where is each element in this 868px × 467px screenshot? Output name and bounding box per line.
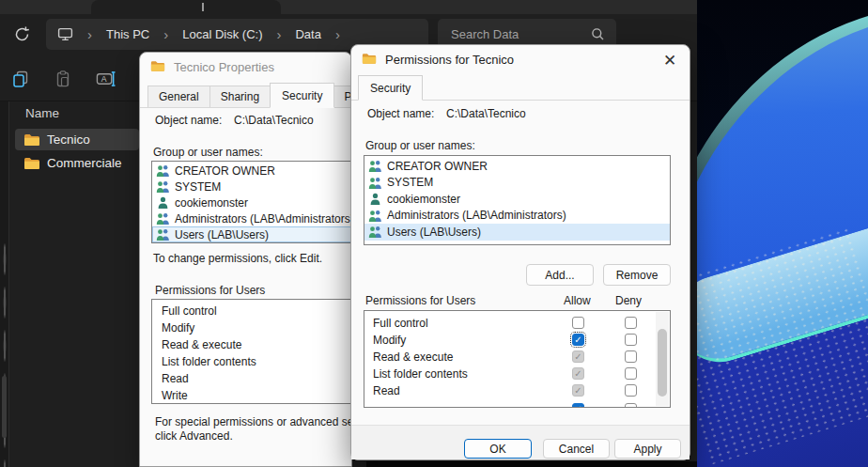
allow-checkbox[interactable] xyxy=(572,367,584,380)
properties-tabs: General Sharing Security Previous Vers xyxy=(147,86,352,108)
group-icon xyxy=(368,160,382,172)
permission-item[interactable]: Read & execute xyxy=(152,336,352,353)
object-name-label: Object name: xyxy=(155,114,222,127)
allow-checkbox[interactable] xyxy=(572,350,584,363)
permissions-tabs: Security xyxy=(359,79,422,101)
breadcrumb-this-pc[interactable]: This PC xyxy=(106,27,149,41)
breadcrumb-chevron[interactable]: › xyxy=(335,27,340,41)
permission-item[interactable]: Read xyxy=(152,370,352,387)
remove-button[interactable]: Remove xyxy=(603,264,671,286)
allow-column-header: Allow xyxy=(564,294,591,307)
user-row-cookiemonster[interactable]: cookiemonster xyxy=(152,195,352,210)
edit-hint: To change permissions, click Edit. xyxy=(153,252,322,265)
tab-general[interactable]: General xyxy=(147,86,210,108)
permission-item[interactable]: Write xyxy=(152,387,352,404)
allow-checkbox[interactable] xyxy=(572,384,584,397)
permission-item[interactable]: Modify xyxy=(152,319,352,336)
tab-security[interactable]: Security xyxy=(270,83,334,108)
add-button[interactable]: Add... xyxy=(526,264,594,286)
breadcrumb-chevron[interactable]: › xyxy=(163,27,168,41)
breadcrumb-data[interactable]: Data xyxy=(295,27,320,41)
user-row-creator-owner[interactable]: CREATOR OWNER xyxy=(152,163,352,179)
permission-name: Read & execute xyxy=(373,350,453,364)
permission-row-write-clipped[interactable] xyxy=(364,399,655,408)
folder-row-commerciale[interactable]: Commerciale xyxy=(15,152,139,174)
deny-checkbox[interactable] xyxy=(625,334,637,346)
properties-permissions-list[interactable]: Full control Modify Read & execute List … xyxy=(151,299,352,404)
permissions-for-users-label: Permissions for Users xyxy=(365,294,475,307)
user-row-users-selected[interactable]: Users (LAB\Users) xyxy=(152,226,352,242)
permissions-dialog-title: Permissions for Tecnico xyxy=(385,53,514,67)
group-icon xyxy=(368,177,382,189)
deny-checkbox[interactable] xyxy=(625,367,637,380)
explorer-tab-strip xyxy=(0,0,697,14)
deny-column-header: Deny xyxy=(615,294,642,307)
permissions-user-list[interactable]: CREATOR OWNER SYSTEM cookiemonster Admin… xyxy=(364,155,671,245)
user-name: cookiemonster xyxy=(387,193,460,206)
permission-row-read-execute[interactable]: Read & execute xyxy=(364,349,655,366)
user-row-cookiemonster[interactable]: cookiemonster xyxy=(364,191,670,208)
search-placeholder: Search Data xyxy=(451,27,519,41)
folder-icon xyxy=(23,157,40,170)
permissions-title-bar[interactable]: Permissions for Tecnico ✕ xyxy=(351,45,690,73)
folder-icon xyxy=(23,133,40,147)
copy-button[interactable] xyxy=(10,69,31,89)
permission-row-modify[interactable]: Modify xyxy=(364,332,655,349)
breadcrumb-local-disk[interactable]: Local Disk (C:) xyxy=(182,27,262,41)
deny-checkbox[interactable] xyxy=(625,403,637,408)
allow-checkbox[interactable] xyxy=(572,403,584,408)
object-name-value: C:\Data\Tecnico xyxy=(446,107,526,120)
user-row-users-selected[interactable]: Users (LAB\Users) xyxy=(364,224,670,241)
tecnico-properties-dialog: Tecnico Properties General Sharing Secur… xyxy=(139,52,352,467)
cancel-button[interactable]: Cancel xyxy=(543,439,610,459)
permissions-grid[interactable]: Full control Modify Read & execute List … xyxy=(364,310,671,408)
scrollbar-thumb[interactable] xyxy=(658,329,667,397)
rename-button[interactable]: A xyxy=(96,69,116,89)
column-header-name[interactable]: Name xyxy=(25,106,59,120)
deny-checkbox[interactable] xyxy=(625,317,637,329)
user-icon xyxy=(368,193,382,205)
advanced-hint-line2: click Advanced. xyxy=(155,429,233,443)
user-row-system[interactable]: SYSTEM xyxy=(364,175,670,192)
user-name: Users (LAB\Users) xyxy=(175,228,269,241)
tab-security[interactable]: Security xyxy=(358,75,423,101)
user-name: SYSTEM xyxy=(175,180,221,194)
permission-row-read[interactable]: Read xyxy=(364,382,655,399)
permissions-scrollbar[interactable] xyxy=(656,312,669,406)
permission-name: Modify xyxy=(373,334,406,347)
folder-row-tecnico[interactable]: Tecnico xyxy=(15,129,139,150)
paste-button[interactable] xyxy=(53,69,73,89)
deny-checkbox[interactable] xyxy=(625,384,637,397)
properties-title-bar[interactable]: Tecnico Properties xyxy=(140,53,351,81)
explorer-active-tab[interactable] xyxy=(91,0,281,14)
properties-user-list[interactable]: CREATOR OWNER SYSTEM cookiemonster Admin… xyxy=(151,161,352,243)
allow-checkbox[interactable] xyxy=(572,334,584,346)
permission-row-list-folder-contents[interactable]: List folder contents xyxy=(364,366,655,382)
permission-item[interactable]: Full control xyxy=(152,303,352,319)
deny-checkbox[interactable] xyxy=(625,350,637,363)
folder-icon xyxy=(362,53,377,65)
user-row-system[interactable]: SYSTEM xyxy=(152,179,352,195)
user-name: Users (LAB\Users) xyxy=(387,226,481,239)
nav-scrollbar-thumb[interactable] xyxy=(2,376,7,438)
tab-sharing[interactable]: Sharing xyxy=(210,86,271,108)
breadcrumb-chevron[interactable]: › xyxy=(87,27,92,41)
allow-checkbox[interactable] xyxy=(572,317,584,329)
permission-item[interactable]: List folder contents xyxy=(152,353,352,370)
user-row-creator-owner[interactable]: CREATOR OWNER xyxy=(364,158,670,175)
copy-icon xyxy=(11,70,30,88)
permission-name: List folder contents xyxy=(373,367,468,381)
user-name: cookiemonster xyxy=(175,196,248,210)
breadcrumb-chevron[interactable]: › xyxy=(276,27,281,41)
apply-button[interactable]: Apply xyxy=(614,439,681,459)
refresh-button[interactable] xyxy=(10,23,33,45)
user-row-administrators[interactable]: Administrators (LAB\Administrators) xyxy=(152,210,352,226)
permission-row-full-control[interactable]: Full control xyxy=(364,315,655,332)
navigation-pane-edge xyxy=(0,101,9,467)
close-icon[interactable]: ✕ xyxy=(658,50,682,70)
ok-button[interactable]: OK xyxy=(464,439,532,459)
permission-name: Full control xyxy=(373,317,428,330)
rename-icon: A xyxy=(96,70,116,88)
user-row-administrators[interactable]: Administrators (LAB\Administrators) xyxy=(364,208,670,225)
refresh-icon xyxy=(13,25,31,43)
